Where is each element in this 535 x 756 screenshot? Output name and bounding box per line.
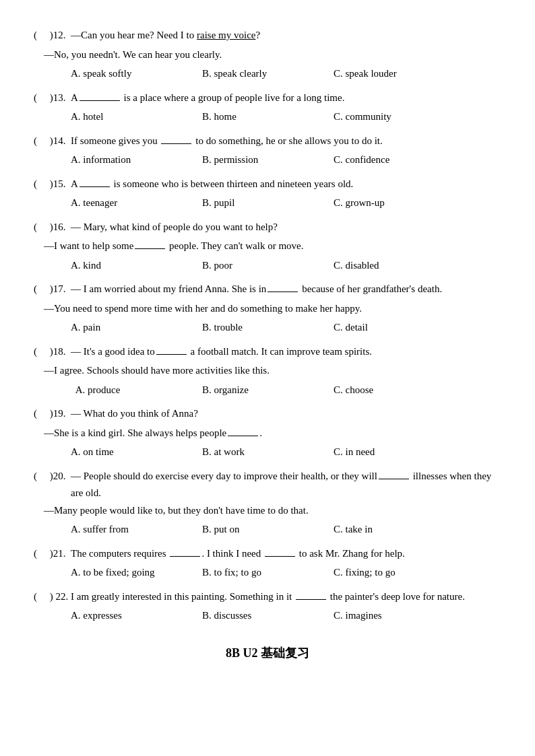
q19-optA: A. on time xyxy=(71,444,202,461)
q15-optC: C. grown-up xyxy=(334,195,385,212)
q20-answer-text: —Many people would like to, but they don… xyxy=(44,502,309,520)
q20-optA: A. suffer from xyxy=(71,521,202,539)
q12-optB: B. speak clearly xyxy=(202,65,334,83)
q16-options: A. kind B. poor C. disabled xyxy=(71,257,501,275)
q22-optC: C. imagines xyxy=(334,607,382,625)
q21-number: )21. xyxy=(47,545,71,563)
q13-optC: C. community xyxy=(334,108,391,126)
q22-optA: A. expresses xyxy=(71,607,202,625)
q22-optB: B. discusses xyxy=(202,607,334,625)
q22-blank xyxy=(296,599,326,600)
question-14: ( )14. If someone gives you to do someth… xyxy=(34,133,501,169)
q19-text: — What do you think of Anna? xyxy=(71,405,501,423)
q19-number: )19. xyxy=(47,405,71,423)
q17-paren: ( xyxy=(34,281,47,298)
q14-optC: C. confidence xyxy=(334,151,389,169)
q17-optC: C. detail xyxy=(334,319,368,337)
question-19: ( )19. — What do you think of Anna? —She… xyxy=(34,405,501,461)
q12-underline: raise my voice xyxy=(197,30,255,40)
q12-optA: A. speak softly xyxy=(71,65,202,83)
q13-number: )13. xyxy=(47,90,71,107)
q19-answer: —She is a kind girl. She always helps pe… xyxy=(34,425,501,442)
q12-optC: C. speak louder xyxy=(334,65,397,83)
q18-text: — It's a good idea to a football match. … xyxy=(71,343,501,361)
q17-line: ( )17. — I am worried about my friend An… xyxy=(34,281,501,298)
q19-line: ( )19. — What do you think of Anna? xyxy=(34,405,501,423)
q12-answer-text: —No, you needn't. We can hear you clearl… xyxy=(44,46,222,64)
q18-optB: B. organize xyxy=(202,382,334,399)
q15-paren: ( xyxy=(34,176,47,193)
q14-optA: A. information xyxy=(71,151,202,169)
q19-paren: ( xyxy=(34,405,47,423)
q18-number: )18. xyxy=(47,343,71,361)
question-21: ( )21. The computers requires . I think … xyxy=(34,545,501,582)
q16-line: ( )16. — Mary, what kind of people do yo… xyxy=(34,219,501,236)
q17-optB: B. trouble xyxy=(202,319,334,337)
q12-text: —Can you hear me? Need I to raise my voi… xyxy=(71,27,501,44)
q16-answer-text: —I want to help some people. They can't … xyxy=(44,238,304,255)
q21-options: A. to be fixed; going B. to fix; to go C… xyxy=(71,564,501,582)
q19-optC: C. in need xyxy=(334,444,375,461)
q21-optA: A. to be fixed; going xyxy=(71,564,202,582)
q17-blank xyxy=(268,291,298,292)
q12-options: A. speak softly B. speak clearly C. spea… xyxy=(71,65,501,83)
q14-paren: ( xyxy=(34,133,47,150)
q21-text: The computers requires . I think I need … xyxy=(71,545,501,563)
q13-optB: B. home xyxy=(202,108,334,126)
q20-answer: —Many people would like to, but they don… xyxy=(34,502,501,520)
question-20: ( )20. — People should do exercise every… xyxy=(34,468,501,539)
q17-answer: —You need to spend more time with her an… xyxy=(34,300,501,318)
q12-line: ( )12. —Can you hear me? Need I to raise… xyxy=(34,27,501,44)
q20-text: — People should do exercise every day to… xyxy=(71,468,501,502)
q16-optB: B. poor xyxy=(202,257,334,275)
q13-paren: ( xyxy=(34,90,47,107)
q12-number: )12. xyxy=(47,27,71,44)
q19-optB: B. at work xyxy=(202,444,334,461)
question-12: ( )12. —Can you hear me? Need I to raise… xyxy=(34,27,501,83)
q18-options: A. produce B. organize C. choose xyxy=(71,382,501,399)
q20-line: ( )20. — People should do exercise every… xyxy=(34,468,501,502)
q21-optB: B. to fix; to go xyxy=(202,564,334,582)
q21-optC: C. fixing; to go xyxy=(334,564,396,582)
q15-optB: B. pupil xyxy=(202,195,334,212)
q14-number: )14. xyxy=(47,133,71,150)
q12-answer: —No, you needn't. We can hear you clearl… xyxy=(34,46,501,64)
question-15: ( )15. A is someone who is between thirt… xyxy=(34,176,501,212)
question-16: ( )16. — Mary, what kind of people do yo… xyxy=(34,219,501,275)
q16-number: )16. xyxy=(47,219,71,236)
q20-blank xyxy=(379,479,409,479)
q16-text: — Mary, what kind of people do you want … xyxy=(71,219,501,236)
q20-optB: B. put on xyxy=(202,521,334,539)
q15-options: A. teenager B. pupil C. grown-up xyxy=(71,195,501,212)
q15-line: ( )15. A is someone who is between thirt… xyxy=(34,176,501,193)
q18-paren: ( xyxy=(34,343,47,361)
q15-number: )15. xyxy=(47,176,71,193)
q22-text: I am greatly interested in this painting… xyxy=(71,588,501,606)
q16-optC: C. disabled xyxy=(334,257,379,275)
q19-answer-text: —She is a kind girl. She always helps pe… xyxy=(44,425,262,442)
q20-options: A. suffer from B. put on C. take in xyxy=(71,521,501,539)
q17-options: A. pain B. trouble C. detail xyxy=(71,319,501,337)
question-13: ( )13. A is a place where a group of peo… xyxy=(34,90,501,126)
q15-text: A is someone who is between thirteen and… xyxy=(71,176,501,193)
q13-text: A is a place where a group of people liv… xyxy=(71,90,501,107)
q22-paren: ( xyxy=(34,588,47,606)
q18-optA: A. produce xyxy=(71,382,202,399)
q22-number: ) 22. xyxy=(47,588,71,606)
q17-answer-text: —You need to spend more time with her an… xyxy=(44,300,362,318)
q21-paren: ( xyxy=(34,545,47,563)
q20-paren: ( xyxy=(34,468,47,485)
q16-paren: ( xyxy=(34,219,47,236)
q13-optA: A. hotel xyxy=(71,108,202,126)
q19-blank xyxy=(228,436,258,436)
q18-line: ( )18. — It's a good idea to a football … xyxy=(34,343,501,361)
q18-answer: —I agree. Schools should have more activ… xyxy=(34,362,501,380)
q22-line: ( ) 22. I am greatly interested in this … xyxy=(34,588,501,606)
question-18: ( )18. — It's a good idea to a football … xyxy=(34,343,501,399)
q21-blank2 xyxy=(265,556,295,557)
q13-blank xyxy=(80,100,120,101)
q15-optA: A. teenager xyxy=(71,195,202,212)
q18-blank xyxy=(156,354,187,355)
q14-optB: B. permission xyxy=(202,151,334,169)
q12-paren: ( xyxy=(34,27,47,44)
